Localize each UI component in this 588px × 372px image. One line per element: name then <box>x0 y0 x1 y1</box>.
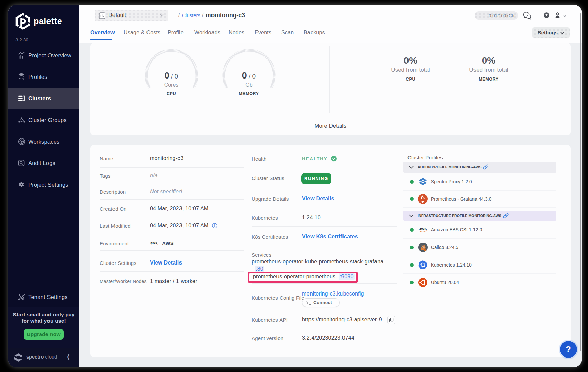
svg-text:aws: aws <box>150 240 157 244</box>
svg-text:aws: aws <box>419 226 427 231</box>
